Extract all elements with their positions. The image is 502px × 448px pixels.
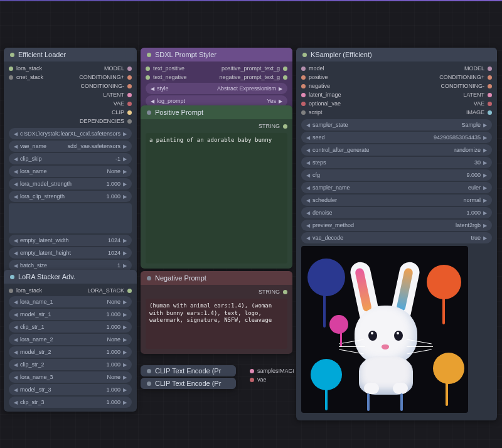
node-header[interactable]: Positive Prompt — [141, 105, 292, 119]
chevron-right-icon[interactable]: ▶ — [122, 400, 128, 405]
widget-seed[interactable]: ◀ seed 942905853054435 ▶ — [301, 132, 492, 143]
chevron-left-icon[interactable]: ◀ — [13, 263, 19, 269]
port-input[interactable]: lora_stack — [4, 286, 67, 295]
node-negative-prompt[interactable]: Negative Prompt STRING (human with anima… — [141, 271, 292, 354]
chevron-right-icon[interactable]: ▶ — [277, 86, 284, 92]
widget-lora-clip-strength[interactable]: ◀ lora_clip_strength 1.000 ▶ — [9, 191, 132, 202]
port-input[interactable]: lora_stack — [4, 64, 57, 73]
node-header[interactable]: CLIP Text Encode (Pr — [141, 365, 236, 376]
widget-empty-latent-width[interactable]: ◀ empty_latent_width 1024 ▶ — [9, 235, 132, 246]
node-header[interactable]: Efficient Loader — [4, 48, 137, 61]
port-output[interactable]: LATENT — [55, 90, 137, 99]
positive-prompt-textarea[interactable]: a painting of an adorable baby bunny — [146, 133, 287, 264]
port-input[interactable]: negative — [296, 82, 365, 90]
port-input[interactable]: text_negative — [141, 73, 210, 82]
port-input[interactable]: text_positive — [141, 64, 210, 73]
chevron-left-icon[interactable]: ◀ — [305, 210, 311, 216]
chevron-left-icon[interactable]: ◀ — [13, 238, 19, 243]
chevron-right-icon[interactable]: ▶ — [122, 250, 128, 256]
port-input[interactable]: cnet_stack — [4, 73, 57, 82]
collapse-dot-icon[interactable] — [10, 53, 14, 57]
collapse-dot-icon[interactable] — [10, 275, 14, 279]
chevron-left-icon[interactable]: ◀ — [305, 235, 311, 241]
chevron-right-icon[interactable]: ▶ — [122, 349, 128, 355]
chevron-left-icon[interactable]: ◀ — [305, 122, 311, 128]
chevron-right-icon[interactable]: ▶ — [122, 324, 128, 330]
port-output[interactable]: IMAGE — [415, 108, 497, 117]
chevron-left-icon[interactable]: ◀ — [13, 400, 19, 405]
chevron-left-icon[interactable]: ◀ — [305, 135, 311, 141]
chevron-left-icon[interactable]: ◀ — [13, 144, 19, 149]
widget-vae-name[interactable]: ◀ vae_name sdxl_vae.safetensors ▶ — [9, 141, 132, 152]
chevron-right-icon[interactable]: ▶ — [482, 210, 488, 216]
widget-sampler-name[interactable]: ◀ sampler_name euler ▶ — [301, 182, 492, 193]
chevron-left-icon[interactable]: ◀ — [305, 185, 311, 191]
widget-vae-decode[interactable]: ◀ vae_decode true ▶ — [301, 232, 492, 243]
chevron-left-icon[interactable]: ◀ — [13, 156, 19, 162]
widget-preview-method[interactable]: ◀ preview_method latent2rgb ▶ — [301, 220, 492, 231]
port-output[interactable]: LATENT — [415, 90, 497, 99]
widget-control-after-generate[interactable]: ◀ control_after_generate randomize ▶ — [301, 144, 492, 156]
chevron-left-icon[interactable]: ◀ — [13, 349, 19, 355]
chevron-left-icon[interactable]: ◀ — [305, 147, 311, 153]
chevron-right-icon[interactable]: ▶ — [122, 144, 128, 149]
port-input[interactable]: latent_image — [296, 90, 365, 99]
node-positive-prompt[interactable]: Positive Prompt STRING a painting of an … — [141, 105, 292, 269]
widget-model-str-2[interactable]: ◀ model_str_2 1.000 ▶ — [9, 346, 132, 358]
widget-empty-latent-height[interactable]: ◀ empty_latent_height 1024 ▶ — [9, 247, 132, 259]
chevron-right-icon[interactable]: ▶ — [482, 135, 488, 141]
collapse-dot-icon[interactable] — [147, 276, 151, 280]
port-output[interactable]: positive_prompt_text_g — [211, 64, 292, 73]
widget-model-str-1[interactable]: ◀ model_str_1 1.000 ▶ — [9, 309, 132, 320]
negative-prompt-textarea[interactable]: (human with animal ears:1.4), (woman wit… — [146, 299, 287, 349]
chevron-left-icon[interactable]: ◀ — [13, 362, 19, 368]
port-output[interactable]: negative_prompt_text_g — [211, 73, 292, 82]
port-input[interactable]: model — [296, 64, 365, 73]
node-ksampler[interactable]: KSampler (Efficient) model positive nega… — [296, 48, 497, 420]
chevron-left-icon[interactable]: ◀ — [13, 387, 19, 393]
chevron-left-icon[interactable]: ◀ — [13, 194, 19, 200]
chevron-left-icon[interactable]: ◀ — [13, 337, 19, 343]
widget-lora-name-1[interactable]: ◀ lora_name_1 None ▶ — [9, 296, 132, 307]
node-header[interactable]: CLIP Text Encode (Pr — [141, 378, 236, 389]
port-row[interactable]: samples IMAGE — [245, 366, 294, 375]
widget-style[interactable]: ◀ style Abstract Expressionism ▶ — [146, 83, 287, 94]
chevron-left-icon[interactable]: ◀ — [305, 223, 311, 228]
widget-lora-name[interactable]: ◀ lora_name None ▶ — [9, 166, 132, 177]
chevron-left-icon[interactable]: ◀ — [13, 250, 19, 256]
chevron-right-icon[interactable]: ▶ — [122, 131, 128, 137]
port-input[interactable]: script — [296, 108, 365, 117]
chevron-left-icon[interactable]: ◀ — [305, 198, 311, 203]
chevron-right-icon[interactable]: ▶ — [277, 99, 284, 104]
chevron-left-icon[interactable]: ◀ — [13, 181, 19, 187]
collapse-dot-icon[interactable] — [147, 110, 151, 115]
widget-clip-skip[interactable]: ◀ clip_skip -1 ▶ — [9, 153, 132, 164]
widget-ckpt[interactable]: ◀ ckpt SDXL\crystalClearXL_ccxl.safetens… — [9, 128, 132, 139]
port-output[interactable]: CONDITIONING- — [415, 82, 497, 90]
node-sdxl-styler[interactable]: SDXL Prompt Styler text_positive text_ne… — [141, 48, 292, 110]
chevron-left-icon[interactable]: ◀ — [305, 160, 311, 166]
chevron-right-icon[interactable]: ▶ — [482, 223, 488, 228]
chevron-right-icon[interactable]: ▶ — [122, 169, 128, 174]
chevron-right-icon[interactable]: ▶ — [482, 173, 488, 178]
port-output[interactable]: MODEL — [55, 64, 137, 73]
chevron-right-icon[interactable]: ▶ — [122, 299, 128, 305]
chevron-left-icon[interactable]: ◀ — [305, 173, 311, 178]
port-output[interactable]: MODEL — [415, 64, 497, 73]
chevron-left-icon[interactable]: ◀ — [13, 169, 19, 174]
node-efficient-loader[interactable]: Efficient Loader lora_stack cnet_stack M… — [4, 48, 137, 275]
chevron-left-icon[interactable]: ◀ — [13, 131, 19, 137]
port-output[interactable]: STRING — [141, 122, 292, 131]
widget-sampler-state[interactable]: ◀ sampler_state Sample ▶ — [301, 119, 492, 131]
chevron-right-icon[interactable]: ▶ — [482, 185, 488, 191]
chevron-right-icon[interactable]: ▶ — [482, 235, 488, 241]
port-output[interactable]: CONDITIONING+ — [415, 73, 497, 82]
widget-clip-str-2[interactable]: ◀ clip_str_2 1.000 ▶ — [9, 359, 132, 370]
node-clip-encode-1[interactable]: CLIP Text Encode (Pr — [141, 365, 236, 376]
node-header[interactable]: KSampler (Efficient) — [296, 48, 497, 61]
collapse-dot-icon[interactable] — [147, 369, 151, 373]
widget-model-str-3[interactable]: ◀ model_str_3 1.000 ▶ — [9, 384, 132, 395]
chevron-right-icon[interactable]: ▶ — [122, 312, 128, 317]
widget-denoise[interactable]: ◀ denoise 1.000 ▶ — [301, 207, 492, 218]
widget-clip-str-1[interactable]: ◀ clip_str_1 1.000 ▶ — [9, 321, 132, 333]
